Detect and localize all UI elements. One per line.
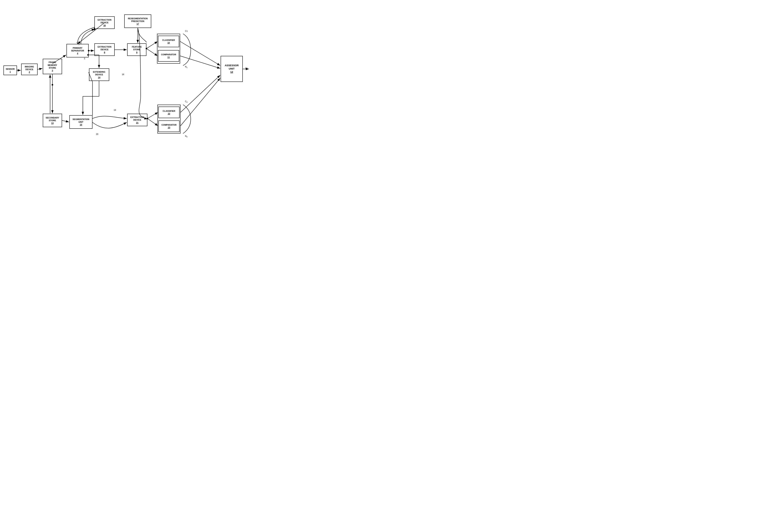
extraction8-box: EXTRACTIONDEVICE 8 (94, 43, 115, 56)
feature-store-box: FEATURESTORE 9 (127, 43, 147, 56)
svg-line-13 (147, 49, 158, 56)
n1-label: N1 (185, 65, 187, 68)
extending14-box: EXTENDINGDEVICE 14 (89, 68, 109, 81)
assessor-box: ASSESSORUNIT 12 (221, 56, 243, 82)
svg-line-3 (38, 68, 42, 69)
num19-label: 19 (114, 109, 116, 111)
resegmentation-box: RESEGMENTATIONPREDICTION 17 (124, 14, 151, 28)
n2-label: N2 (185, 135, 187, 138)
extraction21-box: EXTRACTIONDEVICE 21 (127, 114, 147, 126)
svg-point-20 (52, 84, 53, 86)
extraction16-box: EXTRACTIONDEVICE 16 (94, 17, 115, 29)
c2-label: C2 (185, 100, 187, 103)
svg-line-23 (62, 120, 69, 122)
svg-line-16 (181, 75, 220, 112)
num6-label: 6 (77, 41, 78, 44)
primary-separator-box: PRIMARYSEPARATOR 4 (66, 44, 89, 57)
imaging-device-box: IMAGINGDEVICE 2 (21, 64, 38, 75)
num7-label: 7 (79, 43, 80, 46)
num24-label: 24 (245, 67, 247, 69)
c1-label: C1 (185, 30, 188, 32)
svg-line-31 (147, 119, 158, 126)
diagram: SENSOR 1 IMAGINGDEVICE 2 FRAMEMEMORYSTOR… (0, 0, 250, 168)
frame-memory-box: FRAMEMEMORYSTORE 3 (43, 59, 62, 74)
secondary-store-box: SECONDARYSTORE 13 (43, 114, 62, 127)
num5-label: 5 (84, 57, 85, 60)
segmentation-box: SEGMENTATIONUNIT 15 (69, 115, 92, 129)
num20-label: 20 (96, 133, 98, 135)
sensor-box: SENSOR 1 (3, 65, 17, 75)
num18-label: 18 (122, 73, 124, 75)
c1-bracket (157, 34, 180, 64)
svg-line-11 (147, 41, 158, 49)
svg-line-14 (180, 41, 220, 65)
svg-line-29 (147, 112, 158, 119)
c2-bracket (157, 105, 181, 133)
